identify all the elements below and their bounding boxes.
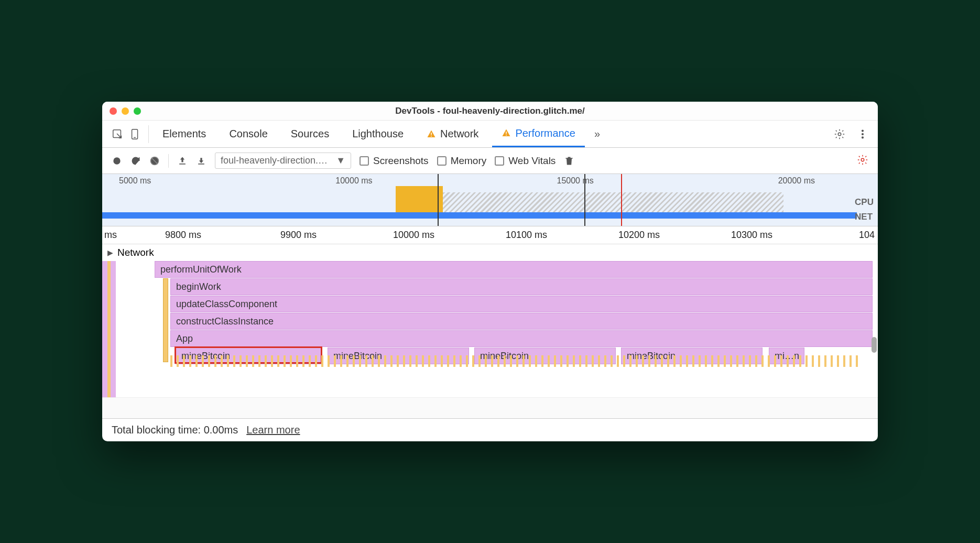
traffic-lights [110, 107, 141, 115]
svg-point-10 [862, 137, 864, 138]
warning-icon [502, 128, 511, 138]
flame-bar[interactable] [163, 278, 168, 362]
flame-bar[interactable]: constructClassInstance [170, 313, 873, 330]
kebab-menu-icon[interactable] [857, 128, 868, 140]
svg-point-16 [861, 158, 864, 161]
minor-ticks: /* rendered below */ [170, 355, 873, 371]
overview-tick: 5000 ms [119, 176, 151, 186]
download-icon[interactable] [196, 156, 206, 166]
tab-network[interactable]: Network [417, 121, 488, 147]
overview-tick: 15000 ms [557, 176, 594, 186]
timeline-overview[interactable]: 5000 ms 10000 ms 15000 ms 20000 ms CPU N… [102, 174, 878, 226]
network-track-header[interactable]: ▶ Network [102, 244, 207, 261]
window-title: DevTools - foul-heavenly-direction.glitc… [395, 106, 584, 116]
minimize-window-button[interactable] [122, 107, 129, 115]
trash-icon[interactable] [564, 156, 574, 166]
web-vitals-checkbox[interactable]: Web Vitals [495, 155, 556, 167]
upload-icon[interactable] [177, 156, 188, 166]
tab-lighthouse[interactable]: Lighthouse [343, 121, 413, 147]
svg-rect-15 [198, 164, 204, 165]
warning-icon [427, 129, 436, 139]
svg-point-9 [862, 133, 864, 135]
more-tabs-button[interactable]: » [589, 128, 605, 140]
record-icon[interactable] [112, 156, 122, 166]
status-bar: Total blocking time: 0.00ms Learn more [102, 418, 878, 441]
details-pane-collapsed [102, 397, 878, 418]
cpu-label: CPU [855, 197, 874, 208]
ruler[interactable]: ms 9800 ms 9900 ms 10000 ms 10100 ms 102… [102, 226, 878, 244]
flame-bar[interactable]: performUnitOfWork [155, 261, 873, 278]
overview-tick: 20000 ms [778, 176, 815, 186]
inspect-icon[interactable] [112, 128, 123, 140]
overview-tick: 10000 ms [335, 176, 372, 186]
capture-settings-gear-icon[interactable] [857, 154, 868, 166]
tab-sources[interactable]: Sources [281, 121, 339, 147]
screenshots-checkbox[interactable]: Screenshots [360, 155, 429, 167]
svg-point-8 [862, 130, 864, 132]
device-toolbar-icon[interactable] [129, 128, 141, 140]
flame-sidebar-strip [102, 261, 116, 397]
disclosure-triangle-icon[interactable]: ▶ [107, 248, 113, 257]
devtools-window: DevTools - foul-heavenly-direction.glitc… [102, 102, 878, 441]
profile-select[interactable]: foul-heavenly-direction.… ▼ [215, 153, 351, 169]
svg-rect-5 [506, 132, 507, 134]
gear-icon[interactable] [834, 128, 845, 140]
chevron-down-icon: ▼ [336, 155, 345, 166]
close-window-button[interactable] [110, 107, 117, 115]
svg-rect-6 [506, 135, 507, 136]
svg-rect-4 [431, 136, 432, 137]
flame-bar[interactable]: App [170, 330, 873, 347]
panel-tabs: Elements Console Sources Lighthouse Netw… [102, 121, 878, 148]
maximize-window-button[interactable] [134, 107, 141, 115]
tab-performance[interactable]: Performance [492, 121, 585, 147]
learn-more-link[interactable]: Learn more [246, 424, 300, 436]
clear-icon[interactable] [149, 156, 160, 166]
flame-bar[interactable]: updateClassComponent [170, 296, 873, 312]
tab-console[interactable]: Console [220, 121, 277, 147]
memory-checkbox[interactable]: Memory [437, 155, 487, 167]
status-text: Total blocking time: 0.00ms [112, 424, 238, 436]
flame-bar[interactable]: beginWork [170, 278, 873, 295]
performance-toolbar: foul-heavenly-direction.… ▼ Screenshots … [102, 148, 878, 174]
scrollbar-thumb[interactable] [872, 337, 877, 353]
svg-point-7 [838, 133, 841, 136]
tab-elements[interactable]: Elements [153, 121, 215, 147]
net-label: NET [855, 212, 874, 222]
reload-icon[interactable] [130, 156, 141, 166]
flame-chart[interactable]: performUnitOfWork beginWork updateClassC… [102, 261, 878, 397]
titlebar: DevTools - foul-heavenly-direction.glitc… [102, 102, 878, 121]
svg-rect-3 [431, 133, 432, 135]
svg-rect-14 [179, 164, 186, 165]
svg-point-11 [113, 157, 120, 164]
